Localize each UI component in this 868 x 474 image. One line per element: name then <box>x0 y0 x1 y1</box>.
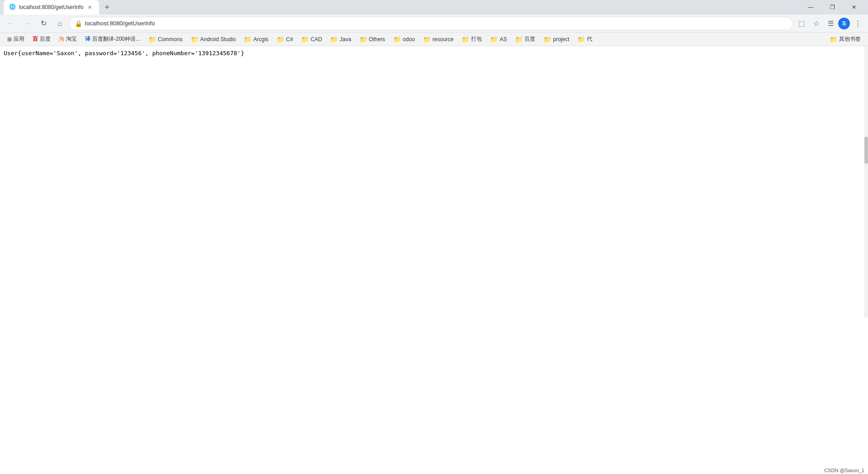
bookmark-label: Java <box>340 36 351 43</box>
maximize-button[interactable]: ❐ <box>822 0 843 14</box>
taobao-icon: 淘 <box>59 35 64 43</box>
tab-title: localhost:8080/getUserInfo <box>19 4 84 10</box>
bookmark-arcgis[interactable]: 📁 Arcgis <box>240 35 272 44</box>
bookmark-apps[interactable]: ⊞ 应用 <box>4 34 28 44</box>
bookmark-as[interactable]: 📁 AS <box>486 35 510 44</box>
reading-mode-button[interactable]: ☰ <box>824 17 837 30</box>
folder-icon: 📁 <box>543 36 551 43</box>
more-menu-button[interactable]: ⋮ <box>851 17 864 30</box>
tab-close-button[interactable]: ✕ <box>86 4 94 11</box>
folder-icon: 📁 <box>515 36 523 43</box>
bookmark-label: Commons <box>158 36 183 43</box>
bookmark-android-studio[interactable]: 📁 Android Studio <box>187 35 240 44</box>
folder-icon: 📁 <box>148 36 156 43</box>
baidu-icon: 百 <box>33 35 38 43</box>
close-button[interactable]: ✕ <box>844 0 864 14</box>
folder-icon: 📁 <box>577 36 585 43</box>
folder-icon: 📁 <box>244 36 251 43</box>
translate-icon: 译 <box>85 35 90 43</box>
bookmark-label: Arcgis <box>253 36 268 43</box>
address-right-icons: ⬚ ☆ ☰ S ⋮ <box>795 17 864 30</box>
active-tab[interactable]: 🌐 localhost:8080/getUserInfo ✕ <box>4 0 99 14</box>
folder-icon: 📁 <box>301 36 309 43</box>
new-tab-button[interactable]: + <box>101 1 113 14</box>
bookmark-odoo[interactable]: 📁 odoo <box>390 35 419 44</box>
bookmark-label: resource <box>433 36 454 43</box>
bookmark-label: 其他书签 <box>839 35 861 43</box>
bookmark-resource[interactable]: 📁 resource <box>420 35 458 44</box>
bookmark-packaging[interactable]: 📁 打包 <box>458 34 486 44</box>
folder-icon: 📁 <box>490 36 498 43</box>
page-content: User{userName='Saxon', password='123456'… <box>0 46 868 474</box>
user-avatar[interactable]: S <box>838 18 850 29</box>
scrollbar-thumb[interactable] <box>864 137 868 164</box>
folder-icon: 📁 <box>393 36 401 43</box>
bookmark-label: 应用 <box>14 35 24 43</box>
bookmark-dai[interactable]: 📁 代 <box>574 34 596 44</box>
bookmark-csharp[interactable]: 📁 C# <box>273 35 297 44</box>
bookmark-label: 百度翻译-200种语... <box>92 35 140 43</box>
bookmark-label: 百度 <box>524 35 535 43</box>
bookmark-commons[interactable]: 📁 Commons <box>145 35 186 44</box>
bookmark-baidu1[interactable]: 百 百度 <box>29 34 54 44</box>
folder-icon: 📁 <box>330 36 338 43</box>
minimize-button[interactable]: — <box>800 0 821 14</box>
bookmark-label: 淘宝 <box>66 35 77 43</box>
bookmarks-right: 📁 其他书签 <box>826 34 864 44</box>
bookmark-label: project <box>553 36 569 43</box>
folder-icon: 📁 <box>191 36 198 43</box>
bookmarks-bar: ⊞ 应用 百 百度 淘 淘宝 译 百度翻译-200种语... 📁 Commons… <box>0 33 868 46</box>
home-button[interactable]: ⌂ <box>52 16 67 31</box>
window-controls: — ❐ ✕ <box>800 0 864 14</box>
folder-icon: 📁 <box>277 36 284 43</box>
url-bar[interactable]: 🔒 localhost:8080/getUserInfo <box>69 17 793 30</box>
bookmark-label: 打包 <box>471 35 482 43</box>
status-bar: CSDN @Saxon_1 <box>821 467 868 474</box>
bookmark-cad[interactable]: 📁 CAD <box>297 35 326 44</box>
folder-icon: 📁 <box>423 36 431 43</box>
folder-icon: 📁 <box>462 36 469 43</box>
scrollbar[interactable] <box>864 46 868 318</box>
url-text: localhost:8080/getUserInfo <box>85 20 787 27</box>
bookmark-java[interactable]: 📁 Java <box>326 35 354 44</box>
bookmark-label: 百度 <box>40 35 51 43</box>
screen-cast-button[interactable]: ⬚ <box>795 17 808 30</box>
tab-favicon: 🌐 <box>9 4 16 11</box>
bookmark-label: Android Studio <box>200 36 236 43</box>
apps-icon: ⊞ <box>7 36 12 43</box>
bookmark-label: odoo <box>403 36 415 43</box>
folder-icon: 📁 <box>830 36 837 43</box>
bookmark-label: AS <box>500 36 507 43</box>
secure-icon: 🔒 <box>75 20 82 27</box>
title-bar: 🌐 localhost:8080/getUserInfo ✕ + — ❐ ✕ <box>0 0 868 14</box>
bookmark-other-books[interactable]: 📁 其他书签 <box>826 34 864 44</box>
bookmark-label: Others <box>369 36 385 43</box>
status-text: CSDN @Saxon_1 <box>824 468 864 473</box>
bookmark-label: C# <box>286 36 293 43</box>
response-text: User{userName='Saxon', password='123456'… <box>4 50 244 57</box>
bookmark-translate[interactable]: 译 百度翻译-200种语... <box>81 34 144 44</box>
tab-bar: 🌐 localhost:8080/getUserInfo ✕ + <box>4 0 800 14</box>
back-button[interactable]: ← <box>4 16 18 31</box>
bookmark-project[interactable]: 📁 project <box>540 35 573 44</box>
bookmark-this-button[interactable]: ☆ <box>809 17 823 30</box>
bookmark-baidu2[interactable]: 📁 百度 <box>511 34 539 44</box>
folder-icon: 📁 <box>359 36 367 43</box>
forward-button[interactable]: → <box>20 16 34 31</box>
address-bar: ← → ↻ ⌂ 🔒 localhost:8080/getUserInfo ⬚ ☆… <box>0 14 868 33</box>
bookmark-label: 代 <box>587 35 592 43</box>
refresh-button[interactable]: ↻ <box>36 16 51 31</box>
bookmark-taobao[interactable]: 淘 淘宝 <box>55 34 80 44</box>
bookmark-others[interactable]: 📁 Others <box>356 35 389 44</box>
bookmark-label: CAD <box>311 36 322 43</box>
